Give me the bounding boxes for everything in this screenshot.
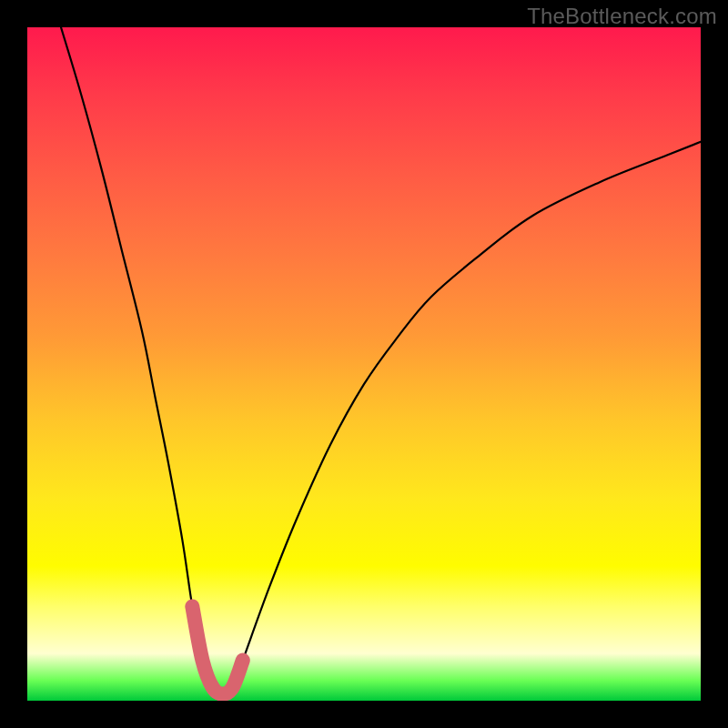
chart-svg [27, 27, 701, 701]
watermark-text: TheBottleneck.com [527, 4, 717, 29]
chart-area [27, 27, 701, 701]
highlight-segment-path [192, 606, 242, 693]
bottleneck-curve-path [61, 27, 701, 694]
